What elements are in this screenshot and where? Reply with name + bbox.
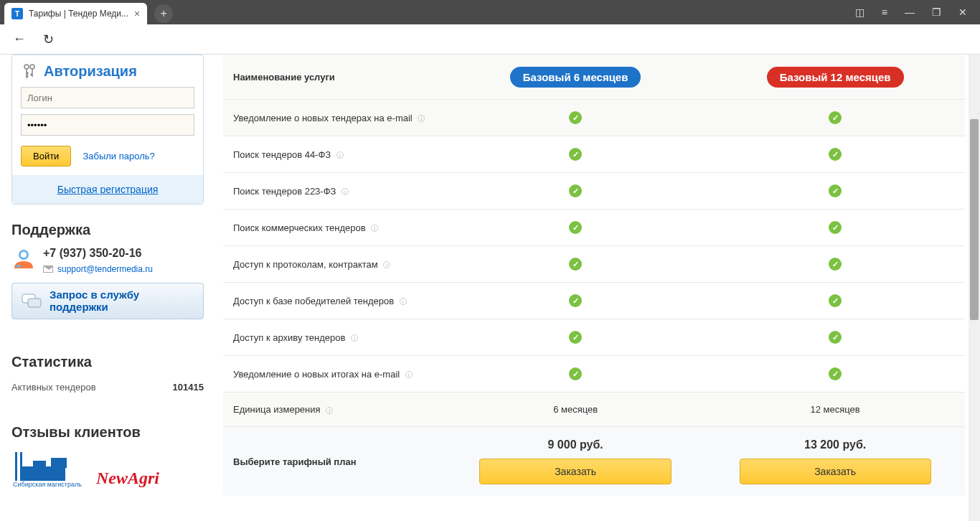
support-request-line2: поддержки bbox=[50, 301, 139, 314]
check-icon: ✓ bbox=[569, 331, 582, 344]
new-tab-button[interactable]: + bbox=[154, 4, 173, 23]
plan-badge-1: Базовый 6 месяцев bbox=[510, 67, 641, 88]
check-icon: ✓ bbox=[569, 294, 582, 307]
price-plan2: 13 200 руб. bbox=[715, 438, 955, 451]
unit-plan1: 6 месяцев bbox=[446, 393, 705, 427]
feature-label: Поиск тендеров 44-ФЗ bbox=[233, 149, 331, 160]
tab-bar: Т Тарифы | Тендер Меди... × + ◫ ≡ — ❐ ✕ bbox=[0, 0, 980, 24]
menu-icon[interactable]: ≡ bbox=[882, 6, 887, 18]
check-icon: ✓ bbox=[829, 111, 842, 124]
review-logos: Сибирская магистраль NewAgri bbox=[11, 452, 204, 488]
feature-row: Доступ к базе победителей тендеров i ✓ ✓ bbox=[223, 283, 966, 319]
stats-label: Активных тендеров bbox=[11, 382, 96, 393]
check-icon: ✓ bbox=[569, 148, 582, 161]
pricing-header-row: Наименование услуги Базовый 6 месяцев Ба… bbox=[223, 55, 966, 100]
auth-box: Авторизация Войти Забыли пароль? Быстрая… bbox=[11, 55, 204, 205]
info-icon[interactable]: i bbox=[351, 334, 358, 342]
info-icon[interactable]: i bbox=[326, 407, 333, 414]
feature-row: Уведомление о новых итогах на e-mail i ✓… bbox=[223, 356, 966, 393]
check-icon: ✓ bbox=[829, 294, 842, 307]
svg-point-1 bbox=[30, 65, 34, 69]
info-icon[interactable]: i bbox=[400, 298, 407, 305]
order-button-plan2[interactable]: Заказать bbox=[740, 459, 931, 484]
page-viewport: Авторизация Войти Забыли пароль? Быстрая… bbox=[0, 55, 980, 521]
price-row: Выберите тарифный план 9 000 руб. Заказа… bbox=[223, 427, 966, 497]
unit-row: Единица измерения i 6 месяцев 12 месяцев bbox=[223, 393, 966, 427]
scrollbar-track[interactable] bbox=[969, 55, 980, 521]
feature-row: Поиск тендеров 44-ФЗ i ✓ ✓ bbox=[223, 136, 966, 173]
feature-row: Поиск коммерческих тендеров i ✓ ✓ bbox=[223, 210, 966, 246]
stats-value: 101415 bbox=[173, 382, 204, 393]
keys-icon bbox=[21, 62, 38, 80]
feature-label: Доступ к архиву тендеров bbox=[233, 332, 345, 343]
pricing-table: Наименование услуги Базовый 6 месяцев Ба… bbox=[222, 55, 966, 497]
reload-icon[interactable]: ↻ bbox=[43, 32, 54, 47]
tab-title: Тарифы | Тендер Меди... bbox=[29, 9, 128, 19]
client-logo-1-label: Сибирская магистраль bbox=[13, 481, 82, 488]
stats-row: Активных тендеров 101415 bbox=[11, 379, 204, 395]
info-icon[interactable]: i bbox=[418, 115, 425, 122]
feature-label: Уведомление о новых итогах на e-mail bbox=[233, 369, 400, 380]
svg-rect-4 bbox=[17, 265, 21, 268]
svg-rect-10 bbox=[15, 452, 17, 481]
close-window-icon[interactable]: ✕ bbox=[958, 6, 967, 18]
support-title: Поддержка bbox=[11, 222, 204, 238]
check-icon: ✓ bbox=[829, 331, 842, 344]
favicon: Т bbox=[11, 8, 23, 19]
check-icon: ✓ bbox=[569, 258, 582, 271]
bookmark-icon[interactable]: ◫ bbox=[855, 6, 864, 18]
quick-registration-link[interactable]: Быстрая регистрация bbox=[57, 184, 159, 195]
feature-row: Доступ к протоколам, контрактам i ✓ ✓ bbox=[223, 246, 966, 283]
support-contact: +7 (937) 350-20-16 support@tendermedia.r… bbox=[11, 247, 204, 274]
window-controls: ◫ ≡ — ❐ ✕ bbox=[842, 0, 980, 24]
maximize-icon[interactable]: ❐ bbox=[932, 6, 941, 18]
password-input[interactable] bbox=[21, 114, 194, 136]
info-icon[interactable]: i bbox=[383, 261, 390, 268]
client-logo-2[interactable]: NewAgri bbox=[96, 469, 159, 488]
feature-row: Доступ к архиву тендеров i ✓ ✓ bbox=[223, 319, 966, 356]
check-icon: ✓ bbox=[829, 148, 842, 161]
forgot-password-link[interactable]: Забыли пароль? bbox=[83, 151, 154, 161]
check-icon: ✓ bbox=[569, 367, 582, 380]
support-phone: +7 (937) 350-20-16 bbox=[43, 247, 153, 260]
check-icon: ✓ bbox=[569, 221, 582, 234]
info-icon[interactable]: i bbox=[341, 188, 349, 195]
feature-label: Поиск тендеров 223-ФЗ bbox=[233, 186, 336, 197]
chat-icon bbox=[21, 293, 42, 310]
info-icon[interactable]: i bbox=[371, 225, 378, 232]
check-icon: ✓ bbox=[829, 184, 842, 197]
minimize-icon[interactable]: — bbox=[905, 6, 915, 18]
login-input[interactable] bbox=[21, 87, 194, 108]
client-logo-1[interactable]: Сибирская магистраль bbox=[11, 452, 83, 488]
mail-icon bbox=[43, 266, 53, 273]
svg-rect-11 bbox=[20, 452, 22, 481]
order-button-plan1[interactable]: Заказать bbox=[479, 459, 671, 484]
main-content: Наименование услуги Базовый 6 месяцев Ба… bbox=[215, 55, 980, 521]
back-icon[interactable]: ← bbox=[13, 32, 26, 47]
support-email-link[interactable]: support@tendermedia.ru bbox=[57, 264, 153, 274]
feature-label: Доступ к протоколам, контрактам bbox=[233, 259, 378, 270]
support-request-button[interactable]: Запрос в службу поддержки bbox=[11, 283, 204, 319]
login-button[interactable]: Войти bbox=[21, 146, 71, 166]
feature-label: Уведомление о новых тендерах на e-mail bbox=[233, 113, 413, 123]
plan-badge-2: Базовый 12 месяцев bbox=[767, 67, 904, 88]
info-icon[interactable]: i bbox=[336, 151, 344, 159]
feature-label: Доступ к базе победителей тендеров bbox=[233, 296, 394, 306]
svg-rect-6 bbox=[28, 299, 41, 307]
feature-label: Поиск коммерческих тендеров bbox=[233, 222, 366, 233]
svg-rect-7 bbox=[22, 466, 65, 481]
auth-title: Авторизация bbox=[44, 63, 137, 80]
svg-point-3 bbox=[21, 252, 27, 258]
info-icon[interactable]: i bbox=[405, 371, 413, 378]
stats-title: Статистика bbox=[11, 354, 204, 370]
check-icon: ✓ bbox=[829, 367, 842, 380]
reviews-title: Отзывы клиентов bbox=[11, 424, 204, 441]
scrollbar-thumb[interactable] bbox=[970, 119, 979, 320]
browser-tab[interactable]: Т Тарифы | Тендер Меди... × bbox=[4, 3, 147, 24]
svg-rect-9 bbox=[33, 461, 46, 468]
price-plan1: 9 000 руб. bbox=[456, 438, 695, 451]
headset-icon bbox=[11, 247, 36, 271]
header-feature: Наименование услуги bbox=[223, 55, 446, 100]
tab-close-icon[interactable]: × bbox=[134, 8, 140, 19]
browser-chrome: Т Тарифы | Тендер Меди... × + ◫ ≡ — ❐ ✕ … bbox=[0, 0, 980, 55]
